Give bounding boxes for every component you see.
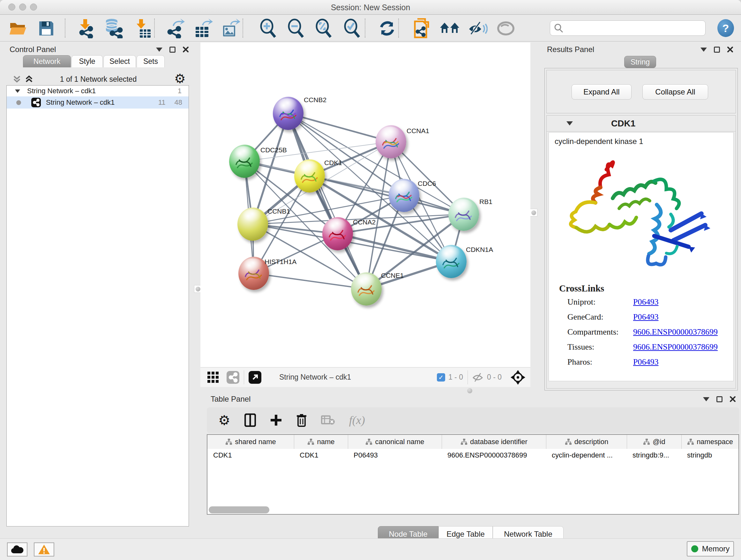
tab-string[interactable]: String xyxy=(624,56,656,68)
close-panel-icon[interactable] xyxy=(183,46,189,53)
network-options-gear-icon[interactable]: ⚙ xyxy=(174,71,186,86)
close-panel-icon[interactable] xyxy=(730,396,736,402)
zoom-fit-button[interactable] xyxy=(313,18,334,39)
selected-checkbox-icon[interactable]: ✓ xyxy=(437,373,445,381)
network-node[interactable] xyxy=(389,179,419,212)
memory-button[interactable]: Memory xyxy=(687,541,734,557)
zoom-in-button[interactable] xyxy=(257,18,278,39)
node-gloss-highlight xyxy=(242,209,262,223)
collapse-panel-icon[interactable] xyxy=(156,48,162,52)
string-document-button[interactable] xyxy=(411,18,432,39)
tab-style[interactable]: Style xyxy=(71,55,103,67)
add-column-icon[interactable] xyxy=(270,414,282,426)
network-node[interactable] xyxy=(238,207,268,241)
network-status-dot xyxy=(16,100,21,105)
expand-all-networks-icon[interactable] xyxy=(24,74,34,84)
table-panel-title: Table Panel xyxy=(211,395,251,403)
table-cell[interactable]: 9606.ENSP00000378699 xyxy=(442,449,546,462)
network-edge[interactable] xyxy=(288,113,366,289)
table-cell[interactable]: stringdb:9... xyxy=(627,449,681,462)
network-node[interactable] xyxy=(351,272,382,306)
search-field[interactable] xyxy=(550,20,705,36)
horizontal-scrollbar[interactable] xyxy=(209,506,269,513)
close-panel-icon[interactable] xyxy=(727,46,733,53)
network-row-selected[interactable]: String Network – cdk1 11 48 xyxy=(7,97,189,109)
main-toolbar: ? xyxy=(0,15,741,42)
tab-select[interactable]: Select xyxy=(104,55,136,67)
tree-expand-icon[interactable] xyxy=(15,89,20,92)
grid-view-icon[interactable] xyxy=(207,371,219,384)
tab-network[interactable]: Network xyxy=(23,55,71,67)
crosslink-value-link[interactable]: 9606.ENSP00000378699 xyxy=(633,327,718,337)
node-gloss-highlight xyxy=(453,199,473,212)
zoom-selected-button[interactable] xyxy=(341,18,362,39)
network-node-label: CCNB1 xyxy=(267,207,290,215)
save-session-button[interactable] xyxy=(36,18,57,39)
crosslink-value-link[interactable]: P06493 xyxy=(633,357,658,367)
show-hide-button[interactable] xyxy=(467,18,488,39)
collapse-panel-icon[interactable] xyxy=(700,48,707,52)
toolbar-separator xyxy=(65,18,65,38)
network-node[interactable] xyxy=(273,97,304,130)
detach-view-icon[interactable] xyxy=(249,371,261,384)
import-network-button[interactable] xyxy=(75,18,96,39)
birds-eye-icon[interactable] xyxy=(511,370,525,385)
network-node[interactable] xyxy=(448,198,479,231)
crosslink-value-link[interactable]: P06493 xyxy=(633,312,658,322)
float-panel-icon[interactable] xyxy=(170,47,176,53)
network-node[interactable] xyxy=(436,245,467,278)
export-table-button[interactable] xyxy=(193,18,214,39)
table-cell[interactable]: cyclin-dependent ... xyxy=(546,449,627,462)
cloud-status-button[interactable] xyxy=(7,543,27,557)
collapse-all-button[interactable]: Collapse All xyxy=(643,84,708,100)
open-session-button[interactable] xyxy=(8,18,29,39)
node-gloss-highlight xyxy=(394,180,413,194)
database-import-icon xyxy=(104,18,123,38)
table-cell[interactable]: CDK1 xyxy=(294,449,348,462)
network-node[interactable] xyxy=(294,159,325,192)
control-panel: Control Panel Network Style Select Sets … xyxy=(3,43,198,533)
network-edge[interactable] xyxy=(254,273,366,289)
table-cell[interactable]: P06493 xyxy=(348,449,442,462)
network-share-view-icon[interactable] xyxy=(226,371,239,384)
network-node[interactable] xyxy=(322,217,353,250)
network-collection-row[interactable]: String Network – cdk1 1 xyxy=(7,85,189,97)
horizontal-splitter-handle[interactable] xyxy=(467,388,472,393)
expand-all-button[interactable]: Expand All xyxy=(571,84,631,100)
network-node-label: HIST1H1A xyxy=(265,258,296,266)
gene-collapse-icon[interactable] xyxy=(566,121,573,125)
delete-table-icon xyxy=(321,415,335,426)
zoom-out-button[interactable] xyxy=(285,18,306,39)
edge-count: 48 xyxy=(175,98,182,107)
crosslinks-list: Uniprot:P06493GeneCard:P06493Compartment… xyxy=(567,297,727,372)
network-node[interactable] xyxy=(229,145,260,178)
refresh-button[interactable] xyxy=(377,18,398,39)
tab-sets[interactable]: Sets xyxy=(137,55,165,67)
import-network-from-database-button[interactable] xyxy=(103,18,124,39)
control-panel-title: Control Panel xyxy=(10,45,56,54)
table-settings-gear-icon[interactable]: ⚙ xyxy=(218,413,230,428)
export-image-button[interactable] xyxy=(220,18,241,39)
help-button[interactable]: ? xyxy=(718,19,734,37)
search-input[interactable] xyxy=(563,23,697,33)
right-splitter-handle[interactable] xyxy=(530,209,537,216)
show-columns-icon[interactable] xyxy=(245,414,256,427)
crosslink-value-link[interactable]: P06493 xyxy=(633,297,658,307)
float-panel-icon[interactable] xyxy=(717,396,723,402)
table-cell[interactable]: stringdb xyxy=(681,449,738,462)
collapse-all-networks-icon[interactable] xyxy=(12,74,22,84)
delete-column-icon[interactable] xyxy=(296,414,307,427)
title-bar: Session: New Session xyxy=(0,0,741,15)
export-network-button[interactable] xyxy=(165,18,186,39)
crosslink-label: Pharos: xyxy=(567,357,633,367)
network-canvas[interactable]: CCNB2CCNA1CDC25BCDK1CDC6RB1CCNB1CCNA2CDK… xyxy=(200,43,530,367)
crosslink-value-link[interactable]: 9606.ENSP00000378699 xyxy=(633,342,718,352)
warning-status-button[interactable] xyxy=(34,543,54,557)
collapse-panel-icon[interactable] xyxy=(703,397,710,401)
homes-button[interactable] xyxy=(439,18,460,39)
import-table-button[interactable] xyxy=(131,18,152,39)
float-panel-icon[interactable] xyxy=(714,47,720,53)
table-panel: Table Panel ⚙ xyxy=(203,393,741,538)
network-node[interactable] xyxy=(376,125,406,159)
table-cell[interactable]: CDK1 xyxy=(207,449,294,462)
